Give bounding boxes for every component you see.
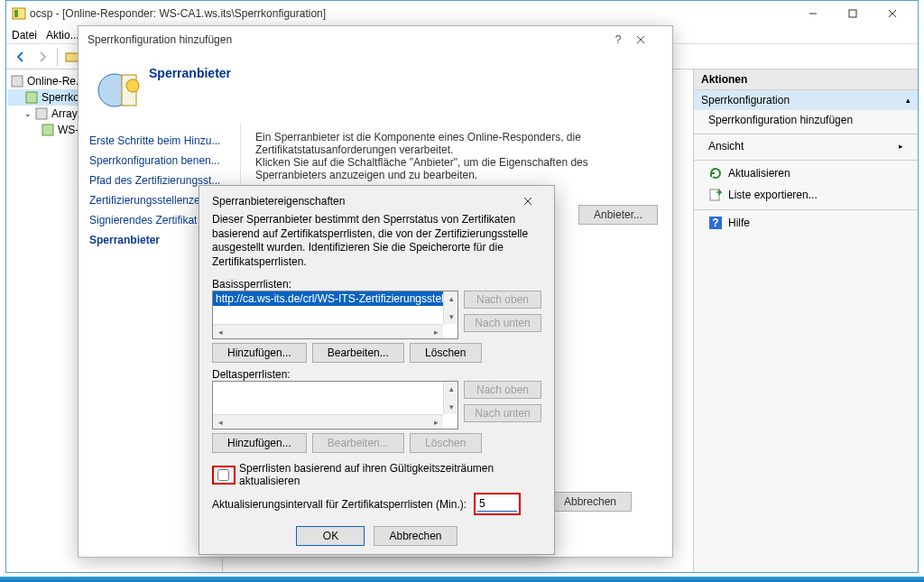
- scrollbar-horizontal[interactable]: ◂▸: [213, 414, 443, 429]
- actions-pane: Aktionen Sperrkonfiguration ▴ Sperrkonfi…: [694, 69, 918, 572]
- server-icon: [10, 74, 24, 88]
- interval-input[interactable]: [477, 496, 517, 512]
- action-add-config[interactable]: Sperrkonfiguration hinzufügen: [694, 110, 918, 130]
- minimize-button[interactable]: [793, 3, 833, 24]
- base-move-down-button[interactable]: Nach unten: [464, 314, 541, 332]
- action-view[interactable]: Ansicht▸: [694, 134, 918, 156]
- svg-text:?: ?: [712, 217, 718, 229]
- cancel-button[interactable]: Abbrechen: [549, 492, 632, 512]
- collapse-icon[interactable]: ▴: [906, 96, 910, 105]
- wizard-step[interactable]: Sperrkonfiguration benen...: [89, 151, 233, 171]
- props-close-button[interactable]: [523, 197, 541, 206]
- delta-crl-label: Deltasperrlisten:: [212, 368, 541, 381]
- node-icon: [41, 123, 55, 137]
- base-crl-list[interactable]: http://ca.ws-its.de/crl/WS-ITS-Zertifizi…: [212, 291, 458, 339]
- base-crl-item[interactable]: http://ca.ws-its.de/crl/WS-ITS-Zertifizi…: [213, 291, 457, 306]
- delta-edit-button[interactable]: Bearbeiten...: [312, 433, 404, 453]
- config-icon: [24, 90, 39, 105]
- action-help[interactable]: ? Hilfe: [694, 209, 918, 234]
- delta-move-up-button[interactable]: Nach oben: [464, 381, 541, 399]
- export-icon: [708, 188, 723, 202]
- refresh-by-validity-label: Sperrlisten basierend auf ihren Gültigke…: [239, 462, 541, 487]
- delta-delete-button[interactable]: Löschen: [410, 433, 482, 453]
- base-add-button[interactable]: Hinzufügen...: [212, 343, 307, 363]
- refresh-icon: [708, 166, 723, 180]
- expand-icon[interactable]: ⌄: [24, 109, 32, 118]
- scrollbar-vertical[interactable]: ▴▾: [443, 291, 457, 324]
- maximize-button[interactable]: [833, 3, 873, 24]
- wizard-title: Sperrkonfiguration hinzufügen: [88, 33, 232, 46]
- base-crl-label: Basissperrlisten:: [212, 278, 541, 291]
- svg-rect-7: [12, 76, 23, 87]
- app-icon: [12, 6, 26, 21]
- delta-crl-list[interactable]: ▴▾ ◂▸: [212, 381, 458, 430]
- help-icon: ?: [708, 216, 723, 230]
- svg-point-18: [126, 79, 139, 92]
- props-title: Sperranbietereigenschaften: [212, 195, 523, 208]
- provider-button[interactable]: Anbieter...: [578, 205, 658, 225]
- menu-action[interactable]: Aktio...: [46, 26, 79, 43]
- forward-button[interactable]: [33, 48, 51, 66]
- base-edit-button[interactable]: Bearbeiten...: [312, 343, 404, 363]
- base-delete-button[interactable]: Löschen: [410, 343, 482, 363]
- action-refresh[interactable]: Aktualisieren: [694, 160, 918, 184]
- svg-rect-1: [14, 10, 18, 17]
- base-move-up-button[interactable]: Nach oben: [464, 291, 541, 309]
- titlebar: ocsp - [Online-Responder: WS-CA1.ws.its\…: [6, 1, 918, 26]
- props-intro: Dieser Sperranbieter bestimmt den Sperrs…: [212, 213, 541, 269]
- array-icon: [34, 106, 49, 121]
- svg-rect-3: [849, 10, 856, 17]
- ok-button[interactable]: OK: [296, 526, 365, 546]
- taskbar: [0, 577, 924, 582]
- svg-rect-11: [710, 189, 719, 200]
- back-button[interactable]: [12, 48, 30, 66]
- svg-rect-10: [42, 125, 53, 135]
- delta-move-down-button[interactable]: Nach unten: [464, 404, 541, 422]
- wizard-icon: [86, 57, 149, 124]
- wizard-help-button[interactable]: ?: [600, 33, 636, 46]
- svg-rect-6: [66, 53, 79, 61]
- action-export[interactable]: Liste exportieren...: [694, 184, 918, 206]
- delta-add-button[interactable]: Hinzufügen...: [212, 433, 307, 453]
- wizard-close-button[interactable]: [636, 35, 672, 44]
- props-cancel-button[interactable]: Abbrechen: [374, 526, 457, 546]
- scrollbar-vertical[interactable]: ▴▾: [443, 382, 457, 414]
- window-title: ocsp - [Online-Responder: WS-CA1.ws.its\…: [30, 7, 793, 20]
- actions-header: Aktionen: [694, 69, 918, 90]
- svg-rect-9: [36, 108, 47, 119]
- svg-rect-8: [26, 92, 37, 103]
- provider-properties-dialog: Sperranbietereigenschaften Dieser Sperra…: [199, 185, 555, 555]
- close-button[interactable]: [873, 3, 912, 24]
- interval-label: Aktualisierungsintervall für Zertifikats…: [212, 498, 467, 511]
- wizard-heading: Sperranbieter: [149, 66, 231, 98]
- refresh-by-validity-checkbox[interactable]: [217, 469, 229, 481]
- scrollbar-horizontal[interactable]: ◂▸: [213, 324, 443, 338]
- actions-subheader: Sperrkonfiguration ▴: [694, 90, 918, 110]
- menu-file[interactable]: Datei: [12, 26, 37, 43]
- chevron-right-icon: ▸: [899, 142, 903, 151]
- wizard-step[interactable]: Erste Schritte beim Hinzu...: [89, 131, 233, 151]
